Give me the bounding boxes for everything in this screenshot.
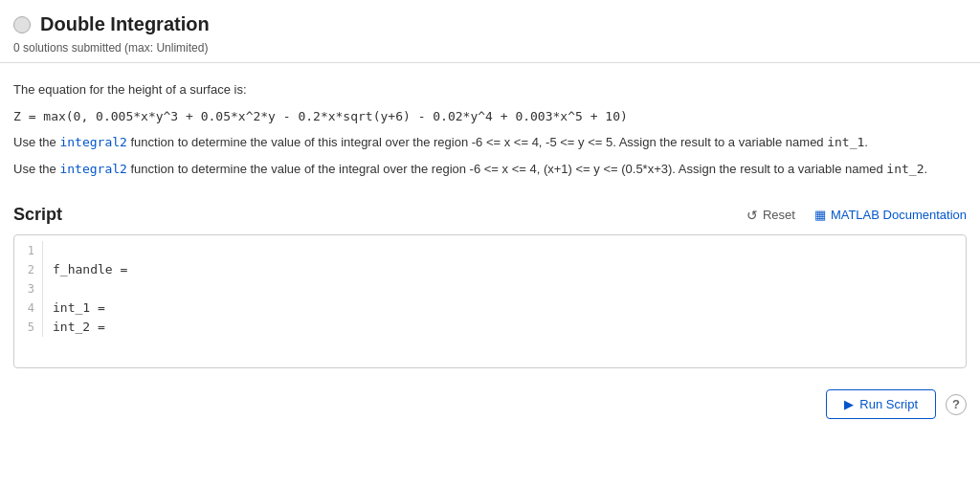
- problem-description: The equation for the height of a surface…: [0, 73, 980, 178]
- script-actions: ↺ Reset ▦ MATLAB Documentation: [746, 208, 967, 223]
- line-content-5: int_2 =: [53, 318, 113, 337]
- matlab-doc-label: MATLAB Documentation: [831, 208, 967, 222]
- script-title: Script: [13, 205, 62, 225]
- script-header: Script ↺ Reset ▦ MATLAB Documentation: [13, 205, 967, 225]
- code-line-4: 4 int_1 =: [14, 298, 966, 318]
- page-title: Double Integration: [40, 13, 210, 35]
- footer: ▶ Run Script ?: [0, 378, 980, 429]
- code-line-2: 2 f_handle =: [14, 260, 966, 279]
- line-number-3: 3: [14, 279, 43, 298]
- status-circle: [13, 16, 31, 33]
- help-label: ?: [952, 397, 960, 411]
- code-line-1: 1: [14, 241, 966, 260]
- line-number-1: 1: [14, 241, 43, 260]
- line-number-4: 4: [14, 298, 43, 318]
- line-content-2: f_handle =: [53, 260, 135, 279]
- run-script-button[interactable]: ▶ Run Script: [826, 389, 936, 419]
- line-number-2: 2: [14, 260, 43, 279]
- code-editor[interactable]: 1 2 f_handle = 3 4 int_1 = 5 int_2 =: [13, 234, 967, 368]
- reset-button[interactable]: ↺ Reset: [746, 208, 795, 223]
- reset-label: Reset: [763, 208, 795, 222]
- code-line-5: 5 int_2 =: [14, 318, 966, 337]
- matlab-icon: ▦: [814, 208, 826, 222]
- help-button[interactable]: ?: [946, 394, 967, 415]
- desc-line-1: The equation for the height of a surface…: [13, 80, 967, 99]
- line-number-5: 5: [14, 318, 43, 337]
- script-section: Script ↺ Reset ▦ MATLAB Documentation 1 …: [0, 186, 980, 378]
- run-script-label: Run Script: [859, 397, 918, 411]
- reset-icon: ↺: [746, 208, 758, 223]
- page-header: Double Integration: [0, 0, 980, 41]
- matlab-doc-button[interactable]: ▦ MATLAB Documentation: [814, 208, 967, 222]
- desc-line-2: Z = max(0, 0.005*x*y^3 + 0.05*x^2*y - 0.…: [13, 107, 967, 126]
- header-divider: [0, 62, 980, 63]
- line-content-4: int_1 =: [53, 298, 113, 318]
- desc-line-3: Use the integral2 function to determine …: [13, 133, 967, 152]
- run-icon: ▶: [844, 397, 854, 411]
- code-line-3: 3: [14, 279, 966, 298]
- submissions-count: 0 solutions submitted (max: Unlimited): [0, 41, 980, 62]
- desc-line-4: Use the integral2 function to determine …: [13, 160, 967, 179]
